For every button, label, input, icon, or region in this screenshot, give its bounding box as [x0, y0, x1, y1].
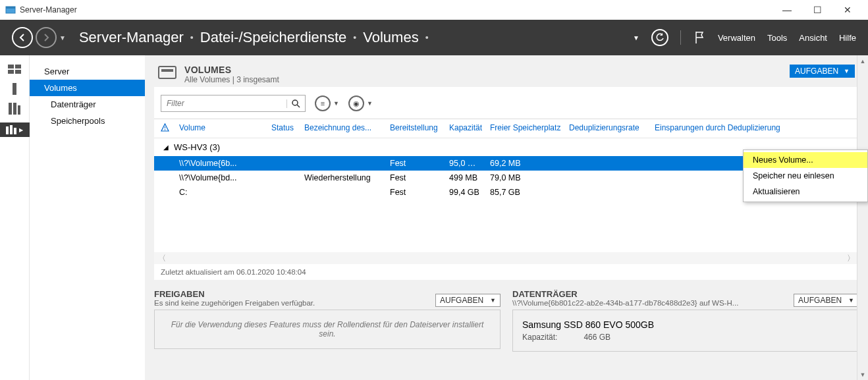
svg-rect-5 [15, 70, 21, 74]
col-dedup-rate[interactable]: Deduplizierungsrate [564, 123, 649, 134]
tasks-label: AUFGABEN [795, 67, 838, 76]
sidebar: Server Volumes Datenträger Speicherpools [30, 55, 145, 380]
svg-rect-8 [13, 103, 16, 115]
svg-rect-10 [6, 126, 9, 134]
freigaben-desc: Es sind keine zugehörigen Freigaben verf… [154, 299, 315, 307]
capacity-value: 466 GB [583, 333, 610, 342]
svg-rect-3 [15, 65, 21, 68]
header-bar: ▼ Server-Manager • Datei-/Speicherdienst… [0, 20, 868, 55]
table-header: Volume Status Bezeichnung des... Bereits… [154, 119, 859, 138]
col-bezeichnung[interactable]: Bezeichnung des... [299, 123, 385, 134]
menu-hilfe[interactable]: Hilfe [839, 33, 856, 43]
horizontal-scrollbar[interactable]: 〈〉 [154, 252, 859, 264]
col-dedup-savings[interactable]: Einsparungen durch Deduplizierung [649, 123, 852, 134]
refresh-button[interactable] [651, 29, 668, 46]
freigaben-tasks-button[interactable]: AUFGABEN▼ [435, 294, 501, 307]
view-options-button[interactable]: ≡▼ [315, 95, 339, 111]
icon-rail: ▶ [0, 55, 30, 380]
menu-tools[interactable]: Tools [767, 33, 787, 43]
vertical-scrollbar[interactable]: ▲▼ [857, 55, 868, 380]
capacity-label: Kapazität: [522, 333, 557, 342]
ctx-refresh[interactable]: Aktualisieren [744, 184, 867, 200]
svg-line-14 [297, 105, 300, 107]
filter-input[interactable] [161, 99, 286, 108]
rail-all-servers-icon[interactable] [5, 103, 24, 115]
title-bar: Server-Manager — ☐ ✕ [0, 0, 868, 20]
sidebar-item-server[interactable]: Server [30, 63, 145, 80]
disk-name: Samsung SSD 860 EVO 500GB [522, 319, 849, 330]
breadcrumb-mid[interactable]: Datei-/Speicherdienste [200, 29, 347, 46]
col-frei[interactable]: Freier Speicherplatz [485, 123, 564, 134]
svg-rect-9 [18, 105, 20, 115]
menu-verwalten[interactable]: Verwalten [718, 33, 755, 43]
tasks-button[interactable]: AUFGABEN ▼ [790, 65, 855, 78]
col-volume[interactable]: Volume [174, 123, 266, 134]
sidebar-item-volumes[interactable]: Volumes [30, 80, 145, 96]
sidebar-item-datentraeger[interactable]: Datenträger [30, 96, 145, 113]
notifications-flag-icon[interactable] [693, 31, 706, 44]
svg-rect-12 [14, 128, 16, 134]
datentraeger-tasks-button[interactable]: AUFGABEN▼ [794, 294, 859, 307]
close-button[interactable]: ✕ [832, 0, 863, 20]
sidebar-item-speicherpools[interactable]: Speicherpools [30, 113, 145, 129]
section-subtitle: Alle Volumes | 3 insgesamt [184, 75, 279, 84]
nav-forward-button [36, 27, 57, 48]
breadcrumb-leaf[interactable]: Volumes [363, 29, 418, 46]
freigaben-title: FREIGABEN [154, 289, 315, 299]
volumes-icon [158, 66, 176, 79]
col-status[interactable]: Status [266, 123, 299, 134]
svg-rect-7 [9, 103, 12, 115]
datentraeger-title: DATENTRÄGER [512, 289, 738, 299]
main-content: VOLUMES Alle Volumes | 3 insgesamt AUFGA… [145, 55, 868, 380]
svg-rect-2 [8, 65, 14, 68]
search-icon[interactable] [286, 99, 305, 108]
col-bereitstellung[interactable]: Bereitstellung [385, 123, 444, 134]
chevron-down-icon: ▼ [844, 68, 850, 74]
menu-ansicht[interactable]: Ansicht [799, 33, 827, 43]
ctx-new-volume[interactable]: Neues Volume... [744, 152, 867, 168]
nav-back-button[interactable] [12, 27, 33, 48]
datentraeger-desc: \\?\Volume{6b801c22-ab2e-434b-a177-db78c… [512, 299, 738, 307]
context-menu: Neues Volume... Speicher neu einlesen Ak… [743, 149, 868, 202]
col-kapazitaet[interactable]: Kapazität [444, 123, 485, 134]
status-line: Zuletzt aktualisiert am 06.01.2020 10:48… [154, 264, 859, 280]
maximize-button[interactable]: ☐ [802, 0, 832, 20]
section-title: VOLUMES [184, 65, 279, 75]
breadcrumb: Server-Manager • Datei-/Speicherdienste … [79, 29, 429, 46]
nav-dropdown-icon[interactable]: ▼ [59, 34, 66, 41]
filter-input-wrap [161, 95, 306, 112]
window-title: Server-Manager [20, 5, 77, 14]
freigaben-message: Für die Verwendung dieses Features muss … [154, 310, 501, 349]
rail-file-services-icon[interactable]: ▶ [0, 122, 30, 137]
alert-icon[interactable] [161, 123, 174, 134]
svg-rect-1 [6, 7, 15, 9]
svg-rect-4 [8, 70, 14, 74]
rail-dashboard-icon[interactable] [5, 63, 24, 75]
svg-rect-11 [10, 125, 13, 134]
svg-rect-6 [13, 83, 16, 95]
rail-local-server-icon[interactable] [5, 83, 24, 95]
group-label: WS-HV3 (3) [174, 142, 220, 152]
app-icon [5, 5, 16, 15]
header-dropdown-icon[interactable]: ▼ [633, 34, 639, 41]
group-options-button[interactable]: ◉▼ [348, 95, 373, 111]
svg-point-13 [292, 100, 298, 105]
breadcrumb-root[interactable]: Server-Manager [79, 29, 184, 46]
minimize-button[interactable]: — [772, 0, 802, 20]
svg-point-16 [165, 129, 166, 130]
ctx-rescan[interactable]: Speicher neu einlesen [744, 168, 867, 184]
disk-info: Samsung SSD 860 EVO 500GB Kapazität: 466… [512, 310, 859, 352]
